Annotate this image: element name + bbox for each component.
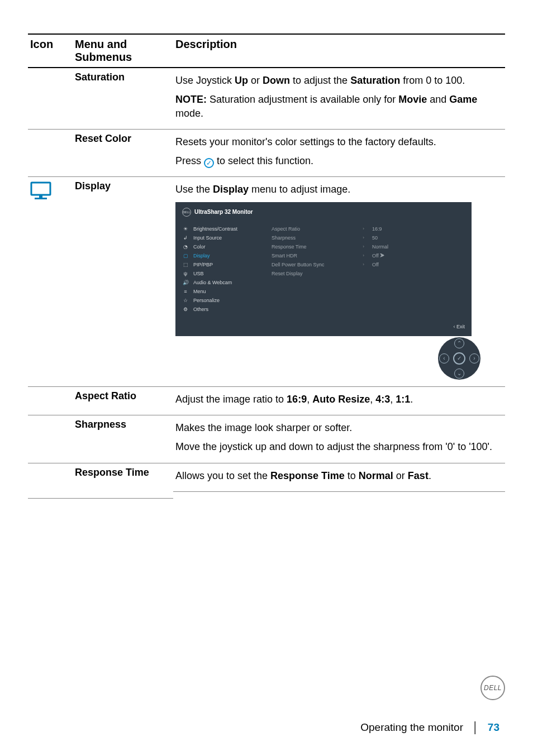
osd-item-pip: PIP/PBP: [193, 260, 213, 269]
osd-left-menu: ☀Brightness/Contrast ↲Input Source ◔Colo…: [182, 224, 266, 314]
sharpness-desc-2: Move the joystick up and down to adjust …: [175, 440, 503, 453]
chevron-right-icon: ›: [363, 260, 364, 269]
table-row: Display Use the Display menu to adjust i…: [28, 177, 505, 386]
table-row: Sharpness Makes the image look sharper o…: [28, 415, 505, 463]
audio-icon: 🔊: [182, 278, 189, 287]
osd-sub-aspect: Aspect Ratio: [272, 224, 300, 233]
usb-icon: ψ: [182, 269, 189, 278]
table-header-row: Icon Menu and Submenus Description: [28, 34, 505, 68]
footer-section: Operating the monitor: [360, 721, 463, 734]
table-row: Reset Color Resets your monitor's color …: [28, 129, 505, 177]
col-icon: Icon: [28, 34, 73, 68]
chevron-right-icon: ›: [363, 251, 364, 260]
dell-logo-icon: DELL: [480, 676, 505, 700]
display-menu-icon: ▢: [182, 251, 189, 260]
pip-icon: ⬚: [182, 260, 189, 269]
input-source-icon: ↲: [182, 233, 189, 242]
table-row: Saturation Use Joystick Up or Down to ad…: [28, 68, 505, 129]
svg-rect-2: [39, 195, 42, 198]
osd-sub-resetdisplay: Reset Display: [272, 269, 303, 278]
footer-page-number: 73: [488, 721, 499, 734]
page-footer: Operating the monitor │ 73: [0, 721, 533, 734]
joystick-up-icon: ⌃: [454, 338, 464, 348]
menu-saturation: Saturation: [75, 71, 125, 83]
menu-sharpness: Sharpness: [75, 419, 126, 430]
osd-item-display: Display: [193, 251, 210, 260]
osd-item-personalize: Personalize: [193, 296, 220, 305]
chevron-right-icon: ›: [363, 233, 364, 242]
osd-exit: ‹ Exit: [182, 324, 465, 329]
osd-val-dellpower: Off: [372, 260, 465, 269]
col-desc: Description: [173, 34, 505, 68]
chevron-right-icon: ›: [363, 224, 364, 233]
osd-val-smarthdr: Off ⮞: [372, 251, 465, 260]
saturation-desc-1: Use Joystick Up or Down to adjust the Sa…: [175, 74, 503, 87]
menu-display: Display: [75, 180, 111, 192]
responsetime-desc: Allows you to set the Response Time to N…: [175, 469, 503, 482]
svg-rect-0: [31, 183, 50, 195]
footer-separator: │: [472, 721, 479, 734]
check-icon: ✓: [204, 158, 214, 168]
aspect-desc: Adjust the image ratio to 16:9, Auto Res…: [175, 393, 503, 406]
brightness-icon: ☀: [182, 224, 189, 233]
joystick-left-icon: ‹: [439, 353, 449, 363]
menu-reset-color: Reset Color: [75, 133, 131, 144]
saturation-desc-2: NOTE: Saturation adjustment is available…: [175, 93, 503, 120]
osd-sub-menu: Aspect Ratio› Sharpness› Response Time› …: [272, 224, 367, 314]
table-row: Aspect Ratio Adjust the image ratio to 1…: [28, 386, 505, 415]
page-content: Icon Menu and Submenus Description Satur…: [0, 0, 533, 499]
joystick-center-icon: ✓: [453, 352, 465, 365]
osd-item-usb: USB: [193, 269, 204, 278]
joystick-right-icon: ›: [469, 353, 479, 363]
osd-item-brightness: Brightness/Contrast: [193, 224, 237, 233]
osd-title: DELL UltraSharp 32 Monitor: [182, 208, 465, 217]
others-icon: ⚙: [182, 305, 189, 314]
osd-val-response: Normal: [372, 242, 465, 251]
color-icon: ◔: [182, 242, 189, 251]
menu-response-time: Response Time: [75, 467, 149, 478]
osd-val-aspect: 16:9: [372, 224, 465, 233]
menu-description-table: Icon Menu and Submenus Description Satur…: [28, 34, 505, 499]
resetcolor-desc-2: Press ✓ to select this function.: [175, 154, 503, 168]
col-menu: Menu and Submenus: [73, 34, 173, 68]
table-row: Response Time Allows you to set the Resp…: [28, 463, 505, 491]
personalize-icon: ☆: [182, 296, 189, 305]
osd-screenshot: DELL UltraSharp 32 Monitor ☀Brightness/C…: [175, 202, 472, 336]
osd-sub-response: Response Time: [272, 242, 307, 251]
joystick-icon: ⌃ ⌄ ‹ › ✓: [438, 337, 480, 380]
resetcolor-desc-1: Resets your monitor's color settings to …: [175, 135, 503, 149]
dell-badge-icon: DELL: [182, 208, 191, 217]
osd-item-others: Others: [193, 305, 208, 314]
osd-sub-dellpower: Dell Power Button Sync: [272, 260, 325, 269]
sharpness-desc-1: Makes the image look sharper or softer.: [175, 421, 503, 434]
osd-item-input: Input Source: [193, 233, 222, 242]
osd-item-color: Color: [193, 242, 206, 251]
osd-val-sharpness: 50: [372, 233, 465, 242]
osd-item-menu: Menu: [193, 287, 206, 296]
joystick-down-icon: ⌄: [454, 369, 464, 379]
menu-aspect-ratio: Aspect Ratio: [75, 390, 136, 401]
osd-sub-sharpness: Sharpness: [272, 233, 296, 242]
osd-sub-smarthdr: Smart HDR: [272, 251, 297, 260]
menu-icon: ≡: [182, 287, 189, 296]
chevron-right-icon: ›: [363, 242, 364, 251]
osd-item-audio: Audio & Webcam: [193, 278, 232, 287]
display-icon: [30, 181, 51, 200]
display-desc: Use the Display menu to adjust image.: [175, 183, 503, 196]
osd-values: 16:9 50 Normal Off ⮞ Off: [372, 224, 465, 314]
